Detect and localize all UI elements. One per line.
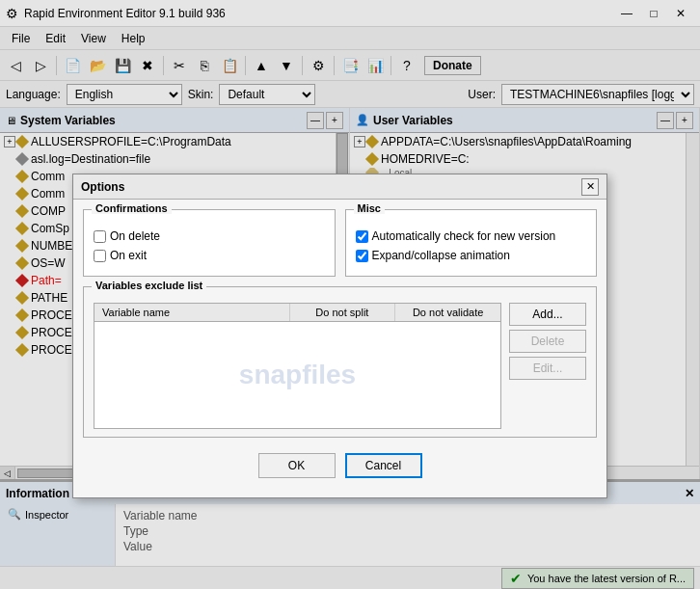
on-delete-checkbox[interactable] xyxy=(94,230,106,243)
expand-anim-label[interactable]: Expand/collapse animation xyxy=(372,249,510,262)
on-delete-label[interactable]: On delete xyxy=(110,229,160,243)
delete-button[interactable]: Delete xyxy=(509,330,586,353)
misc-label: Misc xyxy=(354,202,385,214)
on-exit-row: On exit xyxy=(94,249,325,262)
table-header: Variable name Do not split Do not valida… xyxy=(94,304,500,322)
on-exit-checkbox[interactable] xyxy=(94,250,106,262)
auto-check-label[interactable]: Automatically check for new version xyxy=(372,229,556,243)
on-exit-label[interactable]: On exit xyxy=(110,249,147,262)
dialog-footer: OK Cancel xyxy=(83,447,597,488)
exclude-table: Variable name Do not split Do not valida… xyxy=(94,303,501,429)
dialog-titlebar: Options ✕ xyxy=(73,174,606,200)
exclude-buttons: Add... Delete Edit... xyxy=(509,303,586,429)
col-no-validate: Do not validate xyxy=(395,304,500,321)
confirmations-group: Confirmations On delete On exit xyxy=(83,209,336,277)
options-dialog: Options ✕ Confirmations On delete On exi… xyxy=(72,174,607,498)
expand-anim-row: Expand/collapse animation xyxy=(356,249,587,262)
cancel-button[interactable]: Cancel xyxy=(345,453,422,478)
on-delete-row: On delete xyxy=(94,229,325,243)
exclude-group-label: Variables exclude list xyxy=(92,280,206,291)
expand-anim-checkbox[interactable] xyxy=(356,250,368,262)
ok-button[interactable]: OK xyxy=(258,453,336,478)
table-body: snapfiles xyxy=(94,322,500,428)
exclude-content: Variable name Do not split Do not valida… xyxy=(94,303,586,429)
edit-button[interactable]: Edit... xyxy=(509,357,586,380)
dialog-body: Confirmations On delete On exit Misc xyxy=(73,200,606,497)
col-variable: Variable name xyxy=(94,304,290,321)
add-button[interactable]: Add... xyxy=(509,303,586,326)
dialog-title: Options xyxy=(81,180,581,194)
group-row: Confirmations On delete On exit Misc xyxy=(83,209,597,277)
auto-check-checkbox[interactable] xyxy=(356,230,368,243)
table-watermark: snapfiles xyxy=(239,360,356,390)
auto-check-row: Automatically check for new version xyxy=(356,229,587,243)
modal-overlay: Options ✕ Confirmations On delete On exi… xyxy=(0,0,700,589)
misc-group: Misc Automatically check for new version… xyxy=(345,209,598,277)
exclude-group: Variables exclude list Variable name Do … xyxy=(83,286,597,438)
confirmations-label: Confirmations xyxy=(92,202,172,214)
dialog-close-button[interactable]: ✕ xyxy=(581,178,599,196)
col-no-split: Do not split xyxy=(290,304,396,321)
